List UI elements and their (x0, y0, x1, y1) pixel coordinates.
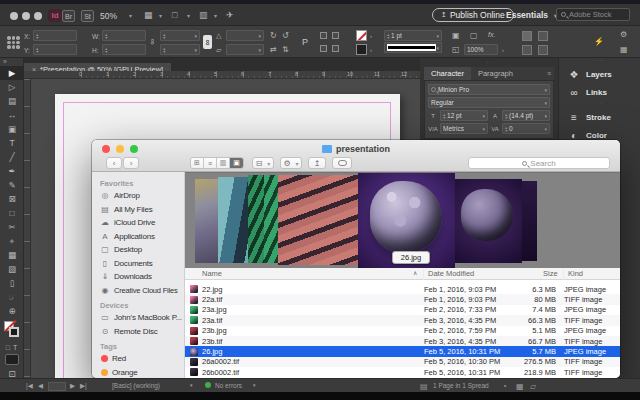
finder-search-input[interactable]: Search (468, 157, 610, 169)
chevron-down-icon[interactable]: ▾ (253, 382, 256, 388)
column-size[interactable]: Size (543, 269, 558, 278)
share-button[interactable]: ↥ (308, 157, 326, 169)
tool-scissors[interactable]: ✂ (0, 220, 24, 234)
panel-grid-icon[interactable]: ▦ (620, 45, 628, 54)
align-icon[interactable] (320, 32, 327, 39)
leading-field[interactable]: ▴▾ (14.4 pt) ▾ (502, 110, 550, 121)
file-row[interactable]: 23a.tifFeb 3, 2016, 4:35 PM66.3 MBTIFF i… (185, 315, 620, 325)
panel-button-stroke[interactable]: ≡ Stroke (559, 108, 640, 126)
coverflow-view-button[interactable]: ▣ (230, 158, 243, 168)
horizontal-ruler[interactable]: 0 1 2 3 4 5 6 7 8 9 10 11 12 (24, 71, 420, 79)
reference-point-proxy[interactable] (7, 36, 20, 49)
column-kind[interactable]: Kind (568, 269, 583, 278)
share-icon[interactable]: ✈ (226, 10, 234, 20)
thumbnail-purple-blob-dark[interactable] (452, 179, 522, 263)
file-row[interactable]: 22.jpgFeb 1, 2016, 9:03 PM6.3 MBJPEG ima… (185, 284, 620, 294)
sidebar-item-airdrop[interactable]: ◎AirDrop (92, 189, 184, 203)
align-center-toggle[interactable] (522, 31, 532, 41)
kerning-field[interactable]: Metrics ▾ (440, 123, 488, 134)
tool-content-collector[interactable]: ▣ (0, 122, 24, 136)
prev-page-button[interactable]: ◀ (38, 382, 43, 390)
panel-grip[interactable]: · · (424, 60, 554, 67)
publish-online-button[interactable]: ↥ Publish Online (432, 8, 514, 22)
fit-frame-toggle[interactable] (538, 45, 548, 55)
x-position-field[interactable]: ▴▾ (33, 30, 77, 41)
zoom-level-dropdown[interactable]: 50% (100, 11, 117, 21)
tool-type[interactable]: T (0, 136, 24, 150)
font-size-field[interactable]: ▴▾ 12 pt ▾ (440, 110, 488, 121)
apply-text-formatting-icon[interactable]: T (13, 344, 17, 351)
drop-shadow-icon[interactable]: ▢ (470, 31, 478, 40)
stroke-none-swatch[interactable] (356, 30, 367, 41)
constrain-scale-icon[interactable]: 8 (203, 35, 212, 49)
panel-collapse-icon[interactable]: » (0, 58, 23, 66)
rotation-angle-field[interactable]: ▾ (226, 30, 264, 41)
sidebar-item-tag-red[interactable]: Red (92, 352, 184, 366)
tool-line[interactable]: ╱ (0, 150, 24, 164)
page-number-field[interactable] (48, 382, 66, 391)
vertical-ruler[interactable] (24, 79, 31, 378)
window-close-button[interactable] (10, 12, 18, 20)
next-page-button[interactable]: ▶ (70, 382, 75, 390)
tracking-field[interactable]: ▴▾ 0 ▾ (502, 123, 550, 134)
gear-icon[interactable]: ⚙ (620, 30, 627, 39)
rotate-ccw-button[interactable]: ↺ (282, 31, 289, 40)
sidebar-item-icloud-drive[interactable]: ☁iCloud Drive (92, 216, 184, 230)
file-row[interactable]: 23a.jpgFeb 2, 2016, 7:33 PM7.4 MBJPEG im… (185, 305, 620, 315)
fill-swatch[interactable] (356, 44, 367, 55)
list-view-button[interactable]: ≡ (204, 158, 217, 168)
rotate-cw-button[interactable]: ↻ (270, 31, 277, 40)
arrange-button[interactable]: ⊟ ▾ (252, 157, 274, 169)
sidebar-item-applications[interactable]: AApplications (92, 230, 184, 244)
preview-mode-button[interactable] (5, 354, 19, 365)
sidebar-item-macbook[interactable]: ▭John's MacBook P... (92, 311, 184, 325)
font-style-field[interactable]: Regular ▾ (428, 97, 550, 108)
flip-horizontal-button[interactable]: ⇄ (270, 45, 277, 54)
tool-pencil[interactable]: ✎ (0, 178, 24, 192)
sort-ascending-icon[interactable]: ∧ (413, 269, 417, 276)
preflight-status[interactable]: No errors (215, 382, 242, 389)
sync-icon[interactable]: ◔ (502, 382, 507, 391)
column-date-modified[interactable]: Date Modified (428, 269, 474, 278)
finder-titlebar[interactable]: presentation ‹ › ⊞ ≡ ▥ ▣ ⊟ ▾ ⚙ ▾ ↥ (92, 140, 620, 172)
preset-label[interactable]: [Basic] (working) (112, 382, 160, 389)
sidebar-item-remote-disc[interactable]: ⊙Remote Disc (92, 325, 184, 339)
view-options-icon[interactable]: ▦ (144, 10, 153, 20)
window-minimize-button[interactable] (22, 12, 30, 20)
column-name[interactable]: Name (202, 269, 222, 278)
column-view-button[interactable]: ▥ (217, 158, 230, 168)
trash-icon[interactable]: ▱ (530, 382, 536, 391)
back-button[interactable]: ‹ (106, 157, 122, 169)
scale-y-field[interactable]: ▴▾▾ (160, 44, 200, 55)
width-field[interactable]: ▴▾ (102, 30, 146, 41)
opacity-field[interactable]: 100% (464, 44, 498, 55)
effects-fx-icon[interactable]: fx. (488, 31, 495, 38)
file-row[interactable]: 26b0002.tifFeb 5, 2016, 10:31 PM218.9 MB… (185, 367, 620, 377)
sidebar-item-downloads[interactable]: ⇓Downloads (92, 270, 184, 284)
file-row[interactable]: 22a.tifFeb 1, 2016, 9:03 PM80 MBTIFF ima… (185, 294, 620, 304)
apply-formatting-icon[interactable]: □ (6, 344, 10, 351)
opacity-more[interactable]: › (502, 47, 504, 53)
tool-gradient[interactable]: ▦ (0, 248, 24, 262)
sidebar-item-documents[interactable]: ▯Documents (92, 257, 184, 271)
tool-pen[interactable]: ✒ (0, 164, 24, 178)
tool-zoom[interactable]: ⊕ (0, 304, 24, 318)
icon-view-button[interactable]: ⊞ (191, 158, 204, 168)
chevron-down-icon[interactable]: ▾ (190, 382, 193, 388)
corner-options-icon[interactable]: ▣ (452, 31, 460, 40)
dock-grip[interactable]: · · (559, 58, 640, 65)
sidebar-item-creative-cloud-files[interactable]: ◉Creative Cloud Files (92, 284, 184, 298)
file-row[interactable]: 26a0002.tifFeb 5, 2016, 10:30 PM276.5 MB… (185, 357, 620, 367)
fill-swatch-more[interactable]: › (370, 47, 372, 53)
thumbnail-red-waves[interactable] (278, 175, 362, 265)
tab-paragraph[interactable]: Paragraph (471, 67, 520, 80)
tool-note[interactable]: ▯ (0, 276, 24, 290)
align-icon[interactable] (332, 45, 339, 52)
last-page-button[interactable]: ▶| (80, 382, 87, 390)
pages-icon[interactable]: ▦ (516, 382, 524, 391)
stroke-style-dropdown[interactable]: ▾ (384, 42, 442, 53)
tool-page[interactable]: ▤ (0, 94, 24, 108)
stroke-swatch[interactable] (9, 327, 19, 337)
tool-selection[interactable]: ▶ (0, 66, 24, 80)
shear-angle-field[interactable]: ▾ (226, 44, 264, 55)
